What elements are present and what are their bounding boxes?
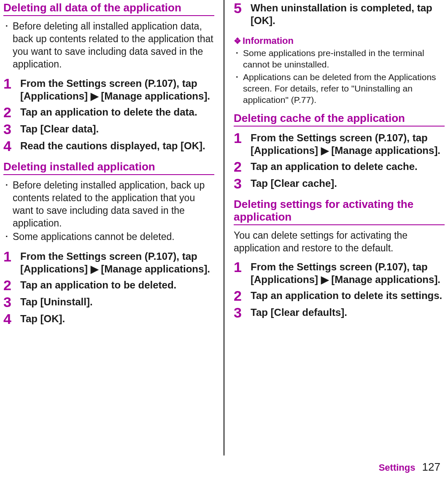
step: 1 From the Settings screen (P.107), tap … — [234, 131, 445, 157]
step-text: Tap [Clear data]. — [20, 122, 99, 135]
step: 4 Read the cautions displayed, tap [OK]. — [3, 139, 214, 153]
bullet-item: Before deleting installed application, b… — [3, 179, 214, 230]
bullet-item: Some applications cannot be deleted. — [3, 231, 214, 243]
step: 2 Tap an application to delete its setti… — [234, 288, 445, 303]
step: 1 From the Settings screen (P.107), tap … — [234, 260, 445, 286]
step-number: 3 — [234, 305, 245, 320]
bullet-list: Before deleting installed application, b… — [3, 179, 214, 244]
column-divider — [224, 0, 224, 455]
steps-list: 1 From the Settings screen (P.107), tap … — [234, 131, 445, 191]
step-text: Tap [Uninstall]. — [20, 295, 93, 308]
step-text: Tap an application to delete the data. — [20, 105, 197, 119]
step: 2 Tap an application to delete the data. — [3, 105, 214, 119]
step: 3 Tap [Clear data]. — [3, 122, 214, 136]
step-text: Tap an application to delete its setting… — [251, 288, 442, 302]
steps-list: 1 From the Settings screen (P.107), tap … — [3, 249, 214, 326]
step: 1 From the Settings screen (P.107), tap … — [3, 76, 214, 102]
bullet-list: Some applications pre-installed in the t… — [234, 47, 445, 105]
steps-list: 1 From the Settings screen (P.107), tap … — [3, 76, 214, 153]
step-text: When uninstallation is completed, tap [O… — [251, 1, 445, 27]
step: 1 From the Settings screen (P.107), tap … — [3, 249, 214, 275]
step-number: 2 — [234, 159, 245, 174]
section-title-delete-defaults: Deleting settings for activating the app… — [234, 198, 445, 225]
step-number: 4 — [3, 139, 14, 153]
footer-page-number: 127 — [422, 461, 440, 473]
step-number: 2 — [3, 278, 14, 292]
step-text: Tap [Clear defaults]. — [251, 305, 347, 319]
step-number: 1 — [3, 76, 14, 91]
left-column: Deleting all data of the application Bef… — [3, 0, 214, 455]
step-number: 5 — [234, 1, 245, 15]
step-text: Tap an application to be deleted. — [20, 278, 176, 291]
step-number: 2 — [234, 288, 245, 303]
intro-text: You can delete settings for activating t… — [234, 229, 445, 255]
step-number: 2 — [3, 105, 14, 119]
step-text: From the Settings screen (P.107), tap [A… — [20, 249, 214, 275]
page-content: Deleting all data of the application Bef… — [0, 0, 448, 455]
step: 5 When uninstallation is completed, tap … — [234, 1, 445, 27]
bullet-list: Before deleting all installed applicatio… — [3, 20, 214, 72]
step-text: Tap [OK]. — [20, 312, 65, 325]
step-number: 3 — [3, 295, 14, 309]
step: 3 Tap [Clear cache]. — [234, 176, 445, 191]
step: 2 Tap an application to delete cache. — [234, 159, 445, 174]
step-number: 1 — [234, 260, 245, 274]
step-text: Tap [Clear cache]. — [251, 176, 337, 190]
steps-list: 1 From the Settings screen (P.107), tap … — [234, 260, 445, 320]
step: 4 Tap [OK]. — [3, 312, 214, 326]
step-text: From the Settings screen (P.107), tap [A… — [251, 260, 445, 286]
bullet-item: Before deleting all installed applicatio… — [3, 20, 214, 71]
steps-list-continued: 5 When uninstallation is completed, tap … — [234, 1, 445, 27]
step-text: From the Settings screen (P.107), tap [A… — [20, 76, 214, 102]
footer-category: Settings — [379, 462, 416, 473]
step-number: 4 — [3, 312, 14, 326]
step-number: 1 — [234, 131, 245, 145]
step-text: Tap an application to delete cache. — [251, 159, 418, 173]
information-block: Some applications pre-installed in the t… — [234, 47, 445, 110]
step-number: 3 — [234, 176, 245, 191]
bullet-item: Some applications pre-installed in the t… — [234, 47, 445, 70]
page-footer: Settings 127 — [379, 461, 440, 474]
information-heading: Information — [234, 35, 445, 46]
section-title-delete-all-data: Deleting all data of the application — [3, 2, 214, 16]
step: 3 Tap [Uninstall]. — [3, 295, 214, 309]
right-column: 5 When uninstallation is completed, tap … — [234, 0, 445, 455]
step-number: 1 — [3, 249, 14, 264]
step: 2 Tap an application to be deleted. — [3, 278, 214, 292]
step-text: Read the cautions displayed, tap [OK]. — [20, 139, 205, 152]
bullet-item: Applications can be deleted from the App… — [234, 71, 445, 106]
step-text: From the Settings screen (P.107), tap [A… — [251, 131, 445, 157]
section-title-delete-cache: Deleting cache of the application — [234, 112, 445, 127]
step: 3 Tap [Clear defaults]. — [234, 305, 445, 320]
section-title-delete-app: Deleting installed application — [3, 161, 214, 175]
step-number: 3 — [3, 122, 14, 136]
